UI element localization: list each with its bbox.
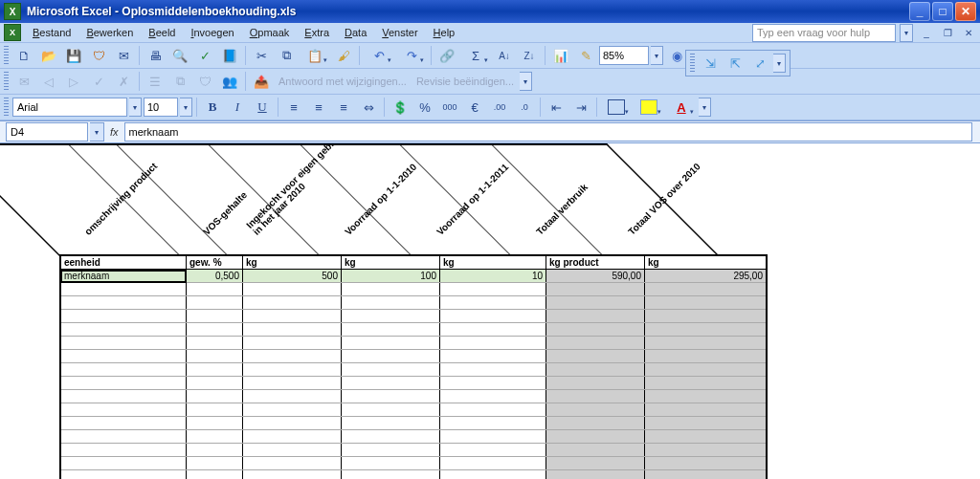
cell[interactable] <box>60 377 187 390</box>
hyperlink-icon[interactable]: 🔗 <box>435 44 458 67</box>
cell[interactable] <box>645 444 768 457</box>
borders-icon[interactable] <box>601 96 632 119</box>
font-name-input[interactable]: Arial <box>12 98 127 117</box>
cell-ingekocht[interactable]: 500 <box>243 270 342 283</box>
cell[interactable] <box>60 390 187 403</box>
cell[interactable] <box>546 444 645 457</box>
empty-row[interactable] <box>60 363 767 377</box>
empty-row[interactable] <box>60 323 767 337</box>
cell[interactable] <box>342 390 440 403</box>
mdi-close-button[interactable]: ✕ <box>961 26 976 39</box>
cell[interactable] <box>440 377 546 390</box>
float-overflow[interactable]: ▾ <box>773 54 786 73</box>
cell[interactable] <box>342 457 440 470</box>
cell[interactable] <box>187 310 243 323</box>
empty-row[interactable] <box>60 377 767 390</box>
menu-data[interactable]: Data <box>337 25 374 40</box>
font-color-icon[interactable]: A <box>666 96 697 119</box>
fill-color-icon[interactable] <box>634 96 664 119</box>
increase-indent-icon[interactable]: ⇥ <box>569 96 592 119</box>
name-box[interactable]: D4 <box>6 122 88 142</box>
review-next-icon[interactable]: ▷ <box>62 70 85 93</box>
cell[interactable] <box>243 430 342 444</box>
float-btn-3-icon[interactable]: ⤢ <box>748 52 771 75</box>
menu-bestand[interactable]: Bestand <box>25 25 78 40</box>
cell[interactable] <box>243 444 342 457</box>
review-overflow[interactable]: ▾ <box>520 72 532 91</box>
align-left-icon[interactable]: ≡ <box>282 96 305 119</box>
cell[interactable] <box>243 283 342 296</box>
cell[interactable] <box>546 296 645 310</box>
cell[interactable] <box>342 377 440 390</box>
menu-help[interactable]: Help <box>426 25 463 40</box>
cell[interactable] <box>342 337 440 350</box>
cell[interactable] <box>342 417 440 430</box>
cell[interactable] <box>546 363 645 377</box>
cell[interactable] <box>342 444 440 457</box>
cell[interactable] <box>60 350 187 363</box>
cell[interactable] <box>440 403 546 417</box>
cell[interactable] <box>342 363 440 377</box>
cell[interactable] <box>645 323 768 337</box>
cell[interactable] <box>60 444 187 457</box>
cell[interactable] <box>342 470 440 480</box>
cell[interactable] <box>645 417 768 430</box>
cell-vos[interactable]: 0,500 <box>187 270 243 283</box>
cell[interactable] <box>546 310 645 323</box>
drawing-icon[interactable]: ✎ <box>574 44 597 67</box>
merge-center-icon[interactable]: ⇔ <box>357 96 380 119</box>
cell[interactable] <box>243 296 342 310</box>
cell[interactable] <box>645 337 768 350</box>
format-painter-icon[interactable]: 🖌 <box>332 44 355 67</box>
cell[interactable] <box>645 470 768 480</box>
cell[interactable] <box>243 363 342 377</box>
window-maximize-button[interactable]: □ <box>932 2 953 21</box>
comma-icon[interactable]: 000 <box>438 96 461 119</box>
fx-icon[interactable]: fx <box>110 126 119 138</box>
empty-row[interactable] <box>60 403 767 417</box>
review-reply-label[interactable]: Antwoord met wijzigingen... <box>275 76 411 87</box>
underline-icon[interactable]: U <box>251 96 274 119</box>
menu-invoegen[interactable]: Invoegen <box>183 25 241 40</box>
cell[interactable] <box>546 337 645 350</box>
cell[interactable] <box>60 417 187 430</box>
font-name-dropdown[interactable]: ▾ <box>129 98 142 117</box>
review-new-comment-icon[interactable]: ✉ <box>12 70 35 93</box>
cell[interactable] <box>187 323 243 337</box>
cell[interactable] <box>440 323 546 337</box>
cell[interactable] <box>187 390 243 403</box>
cell[interactable] <box>546 403 645 417</box>
save-icon[interactable]: 💾 <box>62 44 85 67</box>
research-icon[interactable]: 📘 <box>218 44 241 67</box>
print-preview-icon[interactable]: 🔍 <box>168 44 191 67</box>
cell-product[interactable]: merknaam <box>60 270 187 283</box>
cell[interactable] <box>243 390 342 403</box>
cell[interactable] <box>243 337 342 350</box>
mdi-restore-button[interactable]: ❐ <box>940 26 955 39</box>
cell[interactable] <box>187 350 243 363</box>
cell[interactable] <box>440 457 546 470</box>
cell[interactable] <box>342 296 440 310</box>
permission-icon[interactable]: 🛡 <box>87 44 110 67</box>
decrease-indent-icon[interactable]: ⇤ <box>545 96 568 119</box>
empty-row[interactable] <box>60 470 767 480</box>
new-icon[interactable]: 🗋 <box>12 44 35 67</box>
window-minimize-button[interactable]: _ <box>909 2 930 21</box>
cell[interactable] <box>546 283 645 296</box>
sort-asc-icon[interactable]: A↓ <box>493 44 516 67</box>
review-end-label[interactable]: Revisie beëindigen... <box>412 76 518 87</box>
copy-icon[interactable]: ⧉ <box>275 44 298 67</box>
chart-wizard-icon[interactable]: 📊 <box>549 44 572 67</box>
cell[interactable] <box>187 430 243 444</box>
mdi-minimize-button[interactable]: _ <box>919 26 934 39</box>
cell[interactable] <box>342 323 440 337</box>
cell[interactable] <box>440 283 546 296</box>
cell[interactable] <box>187 417 243 430</box>
review-prev-icon[interactable]: ◁ <box>37 70 60 93</box>
float-btn-2-icon[interactable]: ⇱ <box>724 52 746 75</box>
menu-venster[interactable]: Venster <box>374 25 425 40</box>
empty-row[interactable] <box>60 337 767 350</box>
cell[interactable] <box>187 470 243 480</box>
font-size-dropdown[interactable]: ▾ <box>180 98 192 117</box>
zoom-input[interactable]: 85% <box>599 46 649 65</box>
